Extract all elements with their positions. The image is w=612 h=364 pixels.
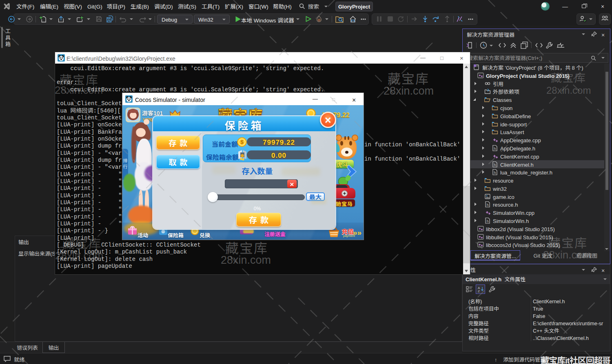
svg-text:h: h xyxy=(494,146,496,150)
svg-text:h: h xyxy=(494,171,496,175)
svg-text:h: h xyxy=(487,219,489,223)
svg-text:Z: Z xyxy=(478,289,480,293)
svg-text:$: $ xyxy=(240,139,243,145)
svg-text:h: h xyxy=(494,163,496,167)
svg-text:h: h xyxy=(487,203,489,207)
